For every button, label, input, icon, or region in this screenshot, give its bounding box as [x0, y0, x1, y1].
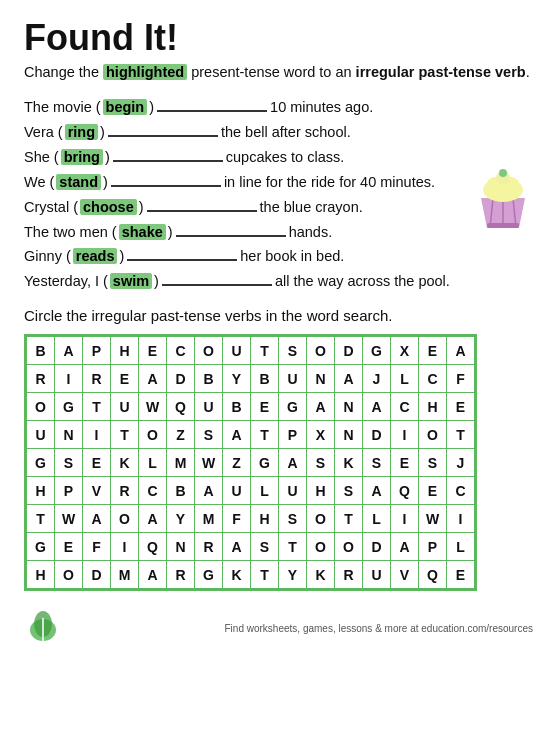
sentence-end: cupcakes to class.: [226, 149, 344, 165]
grid-cell: R: [167, 561, 195, 589]
sentence-row: Crystal (choose) the blue crayon.: [24, 196, 533, 215]
svg-point-9: [499, 169, 507, 177]
grid-cell: U: [27, 421, 55, 449]
sentences-section: The movie (begin) 10 minutes ago.Vera (r…: [24, 96, 533, 290]
grid-cell: I: [111, 533, 139, 561]
grid-cell: C: [447, 477, 475, 505]
intro-bold: irregular past-tense verb: [356, 64, 526, 80]
sentence-after: ): [103, 174, 108, 190]
grid-cell: Q: [391, 477, 419, 505]
sentence-end: her book in bed.: [240, 248, 344, 264]
sentence-before: Vera (: [24, 124, 63, 140]
grid-cell: E: [419, 477, 447, 505]
grid-cell: W: [419, 505, 447, 533]
sentence-after: ): [154, 273, 159, 289]
verb-highlight: bring: [61, 149, 103, 165]
grid-cell: I: [83, 421, 111, 449]
grid-cell: U: [279, 477, 307, 505]
grid-cell: R: [27, 365, 55, 393]
answer-blank[interactable]: [113, 146, 223, 162]
sentence-end: hands.: [289, 224, 333, 240]
sentence-after: ): [119, 248, 124, 264]
grid-cell: L: [391, 365, 419, 393]
grid-cell: L: [139, 449, 167, 477]
sentence-before: Yesterday, I (: [24, 273, 108, 289]
grid-cell: X: [391, 337, 419, 365]
grid-cell: O: [27, 393, 55, 421]
grid-cell: G: [55, 393, 83, 421]
grid-cell: B: [167, 477, 195, 505]
grid-cell: U: [195, 393, 223, 421]
grid-cell: E: [447, 393, 475, 421]
grid-cell: O: [139, 421, 167, 449]
answer-blank[interactable]: [111, 171, 221, 187]
grid-cell: V: [391, 561, 419, 589]
sentence-end: in line for the ride for 40 minutes.: [224, 174, 435, 190]
grid-row: GSEKLMWZGASKSESJ: [27, 449, 475, 477]
sentence-after: ): [105, 149, 110, 165]
grid-cell: F: [223, 505, 251, 533]
grid-row: TWAOAYMFHSOTLIWI: [27, 505, 475, 533]
grid-cell: O: [335, 533, 363, 561]
intro-after: present-tense word to an: [187, 64, 355, 80]
grid-cell: D: [363, 533, 391, 561]
sentence-row: We (stand) in line for the ride for 40 m…: [24, 171, 533, 190]
grid-cell: A: [139, 365, 167, 393]
sentence-end: the blue crayon.: [260, 199, 363, 215]
grid-cell: R: [111, 477, 139, 505]
answer-blank[interactable]: [147, 196, 257, 212]
grid-cell: J: [447, 449, 475, 477]
grid-cell: C: [139, 477, 167, 505]
grid-cell: L: [447, 533, 475, 561]
grid-cell: K: [223, 561, 251, 589]
grid-cell: U: [223, 477, 251, 505]
sentence-row: The two men (shake) hands.: [24, 221, 533, 240]
grid-cell: C: [167, 337, 195, 365]
grid-cell: K: [335, 449, 363, 477]
grid-cell: A: [139, 505, 167, 533]
grid-cell: N: [335, 421, 363, 449]
grid-cell: A: [363, 393, 391, 421]
grid-cell: G: [27, 449, 55, 477]
grid-cell: H: [307, 477, 335, 505]
answer-blank[interactable]: [162, 270, 272, 286]
grid-row: HODMARGKTYKRUVQE: [27, 561, 475, 589]
grid-cell: A: [139, 561, 167, 589]
grid-cell: S: [419, 449, 447, 477]
answer-blank[interactable]: [176, 221, 286, 237]
grid-cell: E: [55, 533, 83, 561]
grid-cell: Z: [223, 449, 251, 477]
grid-cell: P: [55, 477, 83, 505]
grid-cell: S: [335, 477, 363, 505]
grid-cell: W: [55, 505, 83, 533]
grid-cell: W: [139, 393, 167, 421]
grid-cell: E: [251, 393, 279, 421]
grid-cell: H: [251, 505, 279, 533]
answer-blank[interactable]: [108, 121, 218, 137]
grid-cell: A: [223, 421, 251, 449]
grid-row: HPVRCBAULUHSAQEC: [27, 477, 475, 505]
grid-cell: G: [195, 561, 223, 589]
grid-cell: H: [419, 393, 447, 421]
intro-before: Change the: [24, 64, 103, 80]
grid-cell: K: [307, 561, 335, 589]
grid-cell: Z: [167, 421, 195, 449]
grid-cell: A: [307, 393, 335, 421]
grid-cell: G: [279, 393, 307, 421]
grid-cell: U: [363, 561, 391, 589]
grid-cell: K: [111, 449, 139, 477]
grid-cell: U: [111, 393, 139, 421]
grid-cell: N: [335, 393, 363, 421]
sentence-after: ): [149, 99, 154, 115]
answer-blank[interactable]: [127, 246, 237, 262]
grid-cell: E: [391, 449, 419, 477]
grid-cell: R: [195, 533, 223, 561]
answer-blank[interactable]: [157, 96, 267, 112]
grid-cell: S: [279, 337, 307, 365]
footer-logo: [24, 608, 62, 648]
sentence-row: She (bring) cupcakes to class.: [24, 146, 533, 165]
sentence-before: The two men (: [24, 224, 117, 240]
highlighted-word: highlighted: [103, 64, 187, 80]
sentence-before: Ginny (: [24, 248, 71, 264]
word-search-grid: BAPHECOUTSODGXEARIREADBYBUNAJLCFOGTUWQUB…: [24, 334, 477, 591]
